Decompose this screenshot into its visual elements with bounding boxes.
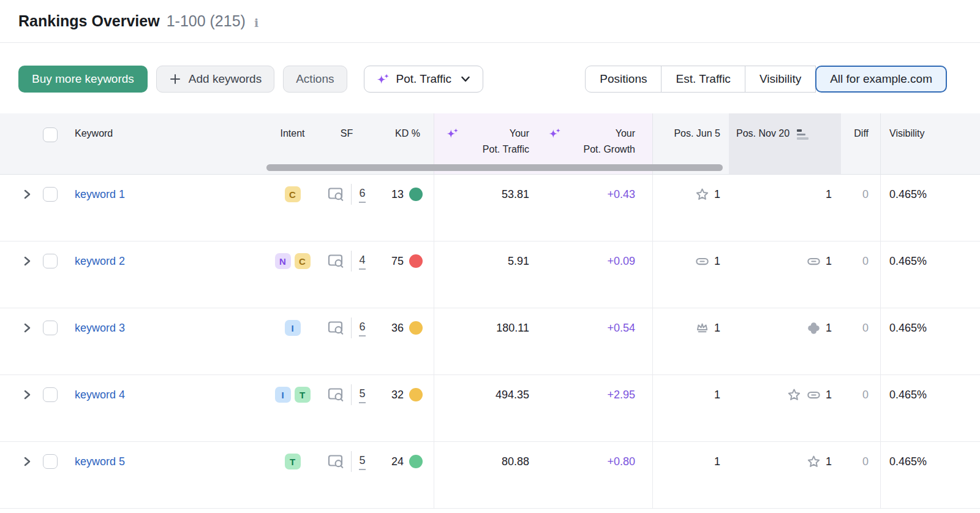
keyword-cell: keyword 5 xyxy=(0,442,266,508)
tab-est-traffic[interactable]: Est. Traffic xyxy=(661,66,745,93)
visibility-cell: 0.465% xyxy=(880,308,980,374)
kd-value: 13 xyxy=(391,188,404,201)
column-header-visibility[interactable]: Visibility xyxy=(880,113,980,174)
pos-new-cell: 1 xyxy=(729,241,841,308)
pot-traffic-value: 80.88 xyxy=(502,455,529,468)
keyword-link[interactable]: keyword 5 xyxy=(75,455,125,468)
serp-features-icon xyxy=(328,254,344,269)
table-row: keyword 4IT532494.35+2.951100.465% xyxy=(0,375,980,442)
position-value: 1 xyxy=(714,455,720,468)
pot-traffic-cell: 494.35 xyxy=(434,375,539,441)
intent-badge-informational[interactable]: I xyxy=(285,320,301,336)
toolbar: Buy more keywords Add keywords Actions P… xyxy=(18,66,947,93)
intent-badge-informational[interactable]: I xyxy=(275,387,291,403)
diff-cell: 0 xyxy=(841,241,880,308)
kd-cell: 36 xyxy=(375,308,434,374)
rankings-overview-page: Rankings Overview 1-100 (215) i Buy more… xyxy=(0,0,980,513)
pot-growth-value: +0.54 xyxy=(607,322,635,335)
keyword-link[interactable]: keyword 4 xyxy=(75,389,125,401)
info-icon[interactable]: i xyxy=(254,16,258,29)
pot-traffic-cell: 180.11 xyxy=(434,308,539,374)
expand-row-icon[interactable] xyxy=(21,388,33,401)
keyword-link[interactable]: keyword 2 xyxy=(75,255,125,268)
pot-growth-cell: +0.80 xyxy=(539,442,652,508)
keyword-link[interactable]: keyword 1 xyxy=(75,188,125,201)
kd-difficulty-dot xyxy=(409,388,423,401)
horizontal-scrollbar[interactable] xyxy=(266,164,723,171)
ai-sparkle-icon xyxy=(548,127,561,145)
intent-badge-transactional[interactable]: T xyxy=(285,454,301,469)
serp-features-cell: 6 xyxy=(318,308,375,374)
serp-features-count[interactable]: 6 xyxy=(359,320,365,336)
serp-features-cell: 5 xyxy=(318,442,375,508)
serp-features-count[interactable]: 6 xyxy=(359,186,365,203)
row-checkbox[interactable] xyxy=(43,387,58,402)
result-range-count: 1-100 (215) xyxy=(167,12,246,30)
visibility-cell: 0.465% xyxy=(880,175,980,241)
potential-traffic-dropdown[interactable]: Pot. Traffic xyxy=(364,66,483,93)
tab-positions[interactable]: Positions xyxy=(585,66,662,93)
visibility-value: 0.465% xyxy=(889,389,927,401)
page-title: Rankings Overview xyxy=(18,12,160,30)
row-checkbox[interactable] xyxy=(43,254,58,268)
column-header-keyword[interactable]: Keyword xyxy=(75,126,113,142)
table-body: keyword 1C61353.81+0.431100.465%keyword … xyxy=(0,175,980,509)
intent-badge-commercial[interactable]: C xyxy=(295,253,311,269)
expand-row-icon[interactable] xyxy=(21,321,33,335)
intent-badge-transactional[interactable]: T xyxy=(295,387,311,403)
expand-row-icon[interactable] xyxy=(21,188,33,201)
actions-button[interactable]: Actions xyxy=(283,66,347,93)
tab-all-for-domain[interactable]: All for example.com xyxy=(815,66,947,93)
intent-badge-navigational[interactable]: N xyxy=(275,253,291,269)
kd-value: 32 xyxy=(391,389,404,401)
select-all-checkbox[interactable] xyxy=(43,127,58,142)
table-row: keyword 5T52480.88+0.801100.465% xyxy=(0,442,980,509)
column-header-pos-new[interactable]: Pos. Nov 20 xyxy=(729,113,841,174)
table-row: keyword 2NC4755.91+0.091100.465% xyxy=(0,241,980,308)
serp-features-cell: 4 xyxy=(318,241,375,308)
table-header: Keyword Intent SF KD % Your Pot. Traffic… xyxy=(0,113,980,175)
divider xyxy=(351,317,352,338)
serp-features-count[interactable]: 5 xyxy=(359,454,365,470)
row-checkbox[interactable] xyxy=(43,321,58,335)
expand-row-icon[interactable] xyxy=(21,455,33,468)
buy-more-keywords-button[interactable]: Buy more keywords xyxy=(18,66,148,93)
expand-row-icon[interactable] xyxy=(21,254,33,268)
position-value: 1 xyxy=(826,455,832,468)
pot-growth-value: +0.09 xyxy=(607,255,635,268)
pos-old-cell: 1 xyxy=(652,308,729,374)
add-keywords-button[interactable]: Add keywords xyxy=(156,66,274,93)
kd-difficulty-dot xyxy=(409,188,423,201)
position-value: 1 xyxy=(714,255,720,268)
serp-features-count[interactable]: 4 xyxy=(359,253,365,270)
diff-cell: 0 xyxy=(841,375,880,441)
pot-growth-value: +0.43 xyxy=(607,188,635,201)
kd-difficulty-dot xyxy=(409,455,423,468)
keyword-link[interactable]: keyword 3 xyxy=(75,322,125,335)
intent-badge-commercial[interactable]: C xyxy=(285,186,301,202)
pot-growth-value: +2.95 xyxy=(607,389,635,401)
serp-features-icon xyxy=(328,187,344,202)
diff-cell: 0 xyxy=(841,308,880,374)
visibility-value: 0.465% xyxy=(889,255,927,268)
divider xyxy=(351,384,352,405)
tab-visibility[interactable]: Visibility xyxy=(745,66,816,93)
column-header-diff[interactable]: Diff xyxy=(841,113,880,174)
pot-traffic-cell: 5.91 xyxy=(434,241,539,308)
pos-old-cell: 1 xyxy=(652,241,729,308)
diff-cell: 0 xyxy=(841,175,880,241)
pot-growth-cell: +2.95 xyxy=(539,375,652,441)
position-value: 1 xyxy=(826,255,832,268)
divider xyxy=(351,451,352,472)
kd-cell: 32 xyxy=(375,375,434,441)
sort-descending-icon xyxy=(797,129,809,140)
pot-growth-cell: +0.54 xyxy=(539,308,652,374)
serp-features-count[interactable]: 5 xyxy=(359,387,365,403)
diff-value: 0 xyxy=(862,389,869,401)
position-value: 1 xyxy=(826,322,832,335)
row-checkbox[interactable] xyxy=(43,454,58,469)
star-icon xyxy=(806,454,821,469)
kd-value: 24 xyxy=(391,455,404,468)
row-checkbox[interactable] xyxy=(43,187,58,202)
pos-new-cell: 1 xyxy=(729,375,841,441)
